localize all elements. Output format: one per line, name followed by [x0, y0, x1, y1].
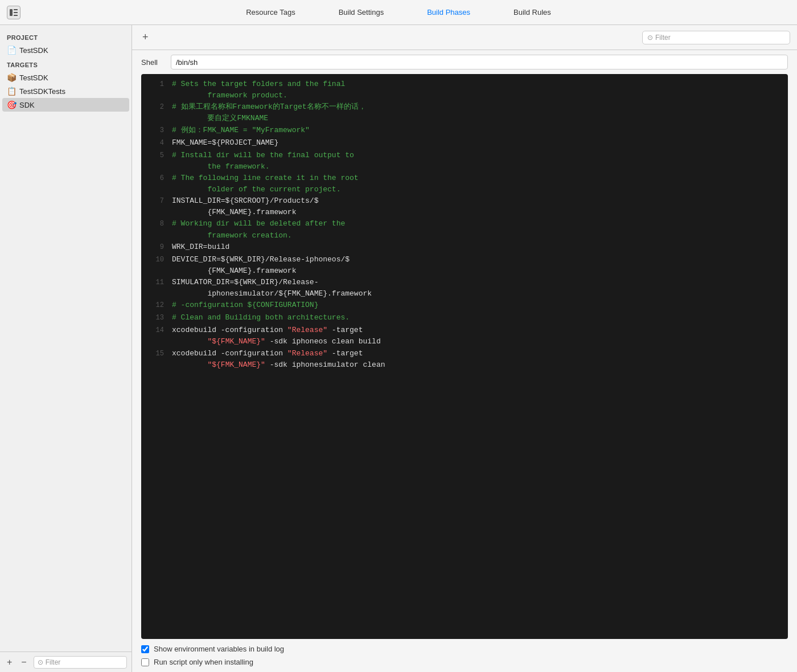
project-section-header: PROJECT — [0, 30, 132, 43]
svg-rect-3 — [14, 15, 18, 16]
run-script-only-label: Run script only when installing — [154, 658, 253, 666]
shell-label: Shell — [141, 58, 164, 67]
code-line: 15xcodebuild -configuration "Release" -t… — [141, 348, 788, 371]
code-line: 2# 如果工程名称和Framework的Target名称不一样的话， 要自定义F… — [141, 101, 788, 124]
line-content: # 如果工程名称和Framework的Target名称不一样的话， 要自定义FM… — [172, 101, 781, 124]
sidebar-item-testsdk-project[interactable]: 📄 TestSDK — [0, 43, 132, 57]
code-line: 1# Sets the target folders and the final… — [141, 79, 788, 101]
target-icon: 📦 — [7, 73, 16, 82]
sidebar: PROJECT 📄 TestSDK TARGETS 📦 TestSDK 📋 Te… — [0, 25, 132, 672]
line-number: 14 — [148, 325, 164, 336]
tab-build-phases[interactable]: Build Phases — [422, 6, 475, 19]
line-content: # The following line create it in the ro… — [172, 173, 781, 195]
line-content: xcodebuild -configuration "Release" -tar… — [172, 348, 781, 371]
line-number: 12 — [148, 300, 164, 311]
line-number: 9 — [148, 241, 164, 253]
window-controls — [7, 6, 20, 19]
sidebar-bottom-bar: + − ⊙ Filter — [0, 651, 132, 672]
line-content: INSTALL_DIR=${SRCROOT}/Products/$ {FMK_N… — [172, 195, 781, 218]
line-content: # Working dir will be deleted after the … — [172, 218, 781, 241]
code-line: 12# -configuration ${CONFIGURATION} — [141, 300, 788, 312]
tab-build-rules[interactable]: Build Rules — [509, 6, 556, 19]
line-number: 5 — [148, 150, 164, 161]
filter-placeholder: Filter — [655, 34, 671, 42]
line-number: 3 — [148, 125, 164, 136]
filter-icon: ⊙ — [647, 34, 653, 42]
line-content: WRK_DIR=build — [172, 241, 781, 253]
code-line: 8# Working dir will be deleted after the… — [141, 218, 788, 241]
show-env-vars-row[interactable]: Show environment variables in build log — [141, 645, 788, 653]
sidebar-add-button[interactable]: + — [5, 656, 14, 669]
sidebar-item-label: SDK — [19, 101, 35, 109]
line-number: 1 — [148, 79, 164, 90]
code-line: 7INSTALL_DIR=${SRCROOT}/Products/$ {FMK_… — [141, 195, 788, 218]
code-line: 9WRK_DIR=build — [141, 241, 788, 254]
code-editor[interactable]: 1# Sets the target folders and the final… — [141, 74, 788, 639]
line-content: # Clean and Building both architectures. — [172, 312, 781, 323]
tab-resource-tags[interactable]: Resource Tags — [241, 6, 299, 19]
show-env-vars-checkbox[interactable] — [141, 645, 149, 653]
project-icon: 📄 — [7, 46, 16, 55]
shell-input[interactable] — [171, 55, 788, 69]
sidebar-item-label: TestSDK — [19, 46, 48, 55]
sidebar-toggle-button[interactable] — [7, 6, 20, 19]
targets-section-header: TARGETS — [0, 57, 132, 71]
line-content: # Sets the target folders and the final … — [172, 79, 781, 101]
sidebar-item-label: TestSDK — [19, 73, 48, 82]
code-line: 3# 例如：FMK_NAME = "MyFramework" — [141, 125, 788, 137]
code-line: 13# Clean and Building both architecture… — [141, 312, 788, 325]
sidebar-content: PROJECT 📄 TestSDK TARGETS 📦 TestSDK 📋 Te… — [0, 25, 132, 651]
line-content: # -configuration ${CONFIGURATION} — [172, 300, 781, 311]
sidebar-filter-placeholder: Filter — [46, 658, 61, 666]
show-env-vars-label: Show environment variables in build log — [154, 645, 284, 653]
line-number: 8 — [148, 218, 164, 230]
line-number: 4 — [148, 137, 164, 149]
line-content: xcodebuild -configuration "Release" -tar… — [172, 325, 781, 347]
panel-filter-box[interactable]: ⊙ Filter — [642, 31, 790, 44]
svg-rect-2 — [14, 12, 18, 13]
line-number: 6 — [148, 173, 164, 184]
line-content: FMK_NAME=${PROJECT_NAME} — [172, 137, 781, 149]
run-script-only-row[interactable]: Run script only when installing — [141, 658, 788, 666]
run-script-only-checkbox[interactable] — [141, 658, 149, 666]
line-content: DEVICE_DIR=${WRK_DIR}/Release-iphoneos/$… — [172, 254, 781, 277]
line-number: 10 — [148, 254, 164, 265]
bottom-options: Show environment variables in build log … — [132, 639, 797, 672]
sidebar-item-testsdktests[interactable]: 📋 TestSDKTests — [0, 84, 132, 98]
panel-toolbar: + ⊙ Filter — [132, 25, 797, 50]
shell-row: Shell — [132, 50, 797, 74]
sidebar-remove-button[interactable]: − — [19, 656, 28, 669]
line-content: SIMULATOR_DIR=${WRK_DIR}/Release- iphone… — [172, 277, 781, 300]
line-content: # 例如：FMK_NAME = "MyFramework" — [172, 125, 781, 136]
svg-rect-1 — [14, 9, 18, 10]
code-line: 6# The following line create it in the r… — [141, 173, 788, 195]
sidebar-item-label: TestSDKTests — [19, 87, 65, 96]
add-phase-button[interactable]: + — [139, 30, 152, 44]
tab-build-settings[interactable]: Build Settings — [334, 6, 389, 19]
test-icon: 📋 — [7, 87, 16, 96]
sidebar-filter-box[interactable]: ⊙ Filter — [34, 656, 127, 669]
line-number: 2 — [148, 101, 164, 113]
sidebar-item-testsdk-target[interactable]: 📦 TestSDK — [0, 71, 132, 84]
line-content: # Install dir will be the final output t… — [172, 150, 781, 173]
svg-rect-0 — [10, 9, 13, 16]
sidebar-item-sdk[interactable]: 🎯 SDK — [2, 98, 129, 112]
top-bar: Resource Tags Build Settings Build Phase… — [0, 0, 797, 25]
line-number: 13 — [148, 312, 164, 323]
line-number: 11 — [148, 277, 164, 288]
line-number: 7 — [148, 195, 164, 207]
code-line: 10DEVICE_DIR=${WRK_DIR}/Release-iphoneos… — [141, 254, 788, 277]
main-area: PROJECT 📄 TestSDK TARGETS 📦 TestSDK 📋 Te… — [0, 25, 797, 672]
right-panel: + ⊙ Filter Shell 1# Sets the target fold… — [132, 25, 797, 672]
code-line: 4FMK_NAME=${PROJECT_NAME} — [141, 137, 788, 150]
code-line: 14xcodebuild -configuration "Release" -t… — [141, 325, 788, 347]
line-number: 15 — [148, 348, 164, 359]
code-line: 5# Install dir will be the final output … — [141, 150, 788, 173]
sidebar-filter-icon: ⊙ — [38, 658, 43, 666]
sdk-icon: 🎯 — [7, 100, 16, 109]
code-line: 11SIMULATOR_DIR=${WRK_DIR}/Release- ipho… — [141, 277, 788, 300]
